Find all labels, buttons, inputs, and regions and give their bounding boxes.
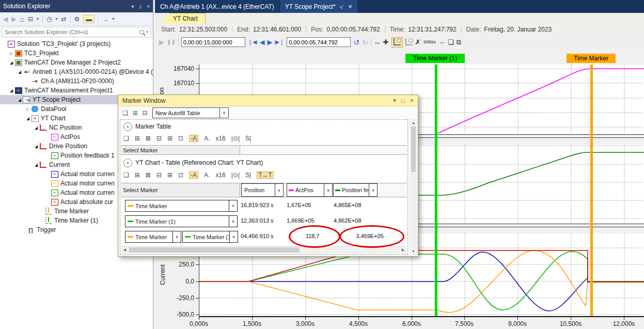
chevron-down-icon[interactable]: ∨ (219, 108, 228, 118)
tab-yt-chart[interactable]: YT Chart (162, 13, 206, 24)
table-add-col-icon[interactable]: ⊟ (156, 135, 162, 142)
expander-icon[interactable]: ▷ (25, 107, 31, 112)
copy-icon[interactable]: ❏ (123, 135, 129, 142)
chevron-down-icon[interactable]: ▾ (112, 17, 114, 21)
fit-chart-icon[interactable]: ⇔ (438, 39, 445, 45)
properties-icon[interactable]: ⚙ (74, 16, 80, 22)
scrollbar-thumb[interactable] (411, 127, 416, 172)
chevron-down-icon[interactable]: ▾ (56, 17, 58, 21)
marker-select-dropdown[interactable]: Time Marker (1) ∨ (182, 231, 238, 243)
chevron-down-icon[interactable]: ∨ (229, 231, 238, 242)
scroll-up-icon[interactable]: ▲ (410, 119, 417, 126)
zoom-x-icon[interactable] (391, 37, 403, 48)
tree-item-ch-a[interactable]: -➜Ch A (AM8111-0F20-0000) (0, 76, 153, 86)
chevron-down-icon[interactable]: ▾ (37, 17, 39, 21)
table-delete-icon[interactable]: ⊠ (146, 172, 151, 178)
copy-icon[interactable]: ❏ (122, 110, 128, 116)
redo-icon[interactable]: ↻ (362, 39, 368, 46)
pan-x-icon[interactable]: ↔ (374, 39, 381, 45)
table-diff-icon[interactable]: ⊞ (167, 135, 172, 142)
chevron-down-icon[interactable]: ∨ (275, 184, 283, 196)
tree-item-tc3-projekt[interactable]: ▷▣TC3_Projekt (0, 49, 153, 58)
back-icon[interactable]: ◀ (3, 16, 8, 22)
chevron-down-icon[interactable]: ▾ (393, 97, 396, 104)
expander-icon[interactable]: ◢ (8, 60, 14, 65)
go-next-icon[interactable]: ▶ (267, 39, 272, 45)
autofill-table-dropdown[interactable]: New Autofill Table ∨ (152, 107, 229, 118)
scroll-down-icon[interactable]: ▼ (410, 248, 417, 255)
resize-box-icon[interactable]: ⊡ (178, 172, 183, 178)
cancel-zoom-icon[interactable]: ✗ (415, 39, 421, 45)
hex-format-icon[interactable]: x16 (215, 135, 225, 142)
zoom-rect-icon[interactable] (405, 38, 413, 46)
maximize-icon[interactable]: □ (401, 98, 405, 104)
chevron-down-icon[interactable]: ▾ (146, 30, 148, 34)
search-input[interactable]: Search Solution Explorer (Ctrl+ü) ▾ (2, 27, 151, 37)
marker-select-dropdown[interactable]: Time Marker ∨ (125, 231, 181, 243)
table-add-col-icon[interactable]: ⊟ (156, 172, 162, 178)
table-add-row-icon[interactable]: ⊞ (135, 135, 140, 142)
copy-icon[interactable]: ❏ (123, 172, 129, 178)
time-marker-flag[interactable]: Time Marker (567, 54, 616, 63)
tab-drive-manager[interactable]: Ch A@Antrieb 1 (AX...evice 4 (EtherCAT) (155, 0, 279, 13)
chevron-down-icon[interactable]: ∨ (172, 231, 181, 242)
export-icon[interactable]: ⧉ (457, 39, 461, 45)
sync-icon[interactable]: ⇄ (61, 16, 67, 22)
pin-icon[interactable]: ⊥ (138, 4, 143, 9)
scrollbar-thumb[interactable] (129, 247, 300, 253)
si-format-icon[interactable]: S| (245, 135, 251, 142)
pan-xy-icon[interactable]: ✚ (383, 39, 389, 45)
go-prev-icon[interactable]: ◀ (259, 39, 264, 45)
marker-select-dropdown[interactable]: Time Marker ∨ (125, 200, 238, 212)
vertical-scrollbar[interactable]: ▲ ▼ (410, 119, 417, 255)
marker-window-titlebar[interactable]: Marker Window ▾ □ × (118, 95, 418, 106)
auto-format-icon[interactable]: -A (189, 135, 198, 142)
undo-icon[interactable]: ↺ (353, 39, 359, 46)
expander-icon[interactable]: ◢ (33, 144, 39, 149)
go-last-icon[interactable]: ▶❘ (275, 39, 284, 45)
home-icon[interactable]: ⌂ (20, 15, 24, 23)
time-marker-line[interactable] (590, 65, 593, 316)
close-icon[interactable]: × (348, 3, 352, 10)
keep-open-icon[interactable]: → (102, 16, 108, 22)
scroll-left-icon[interactable]: ◀ (121, 246, 128, 253)
time-diff-icon[interactable]: T↔T (257, 171, 274, 179)
collapse-section-icon[interactable]: ∧ (123, 122, 132, 131)
resize-box-icon[interactable]: ⊡ (178, 135, 183, 142)
column-header-position-feedback[interactable]: Position fee ∨ (333, 183, 378, 197)
tab-yt-scope-project[interactable]: YT Scope Project* ⊥ × (280, 0, 357, 13)
column-header-position[interactable]: Position ∨ (241, 183, 284, 197)
collapse-section-icon[interactable]: ∧ (123, 159, 132, 167)
table-add-row-icon[interactable]: ⊞ (135, 172, 140, 178)
column-header-actpos[interactable]: ActPos ∨ (287, 183, 333, 197)
si-format-icon[interactable]: S| (245, 172, 251, 178)
chevron-down-icon[interactable]: ▾ (131, 4, 134, 9)
time-marker-1-line[interactable] (435, 65, 437, 316)
forward-icon[interactable]: ▶ (11, 16, 16, 22)
tree-item-solution[interactable]: ∞Solution 'TC3_Projekt' (3 projects) (0, 39, 153, 49)
chevron-down-icon[interactable]: ∨ (229, 200, 237, 211)
chevron-down-icon[interactable]: ∨ (229, 216, 237, 227)
time-format-icon[interactable]: |⊙| (231, 135, 240, 142)
close-icon[interactable]: × (410, 97, 414, 104)
expander-icon[interactable]: ◢ (17, 98, 23, 102)
marker-select-dropdown[interactable]: Time Marker (1) ∨ (125, 215, 238, 227)
hex-format-icon[interactable]: x16 (215, 172, 225, 178)
time-marker-1-flag[interactable]: Time Marker (1) (405, 54, 465, 63)
pin-icon[interactable]: ⊥ (338, 3, 345, 10)
expander-icon[interactable]: ◢ (8, 88, 14, 93)
chevron-down-icon[interactable]: ∨ (369, 184, 377, 196)
go-first-icon[interactable]: ❘◀ (248, 39, 257, 45)
expander-icon[interactable]: ◢ (25, 116, 31, 121)
pending-changes-icon[interactable]: ◷ (46, 16, 52, 22)
expander-icon[interactable]: ▷ (8, 51, 14, 56)
record-time-input[interactable] (181, 37, 245, 47)
remove-table-icon[interactable]: ⊟ (143, 110, 148, 116)
decimal-format-icon[interactable]: A. (204, 172, 210, 178)
scroll-right-icon[interactable]: ▶ (400, 246, 406, 253)
position-time-input[interactable] (287, 37, 351, 47)
time-format-icon[interactable]: |⊙| (231, 172, 240, 178)
table-delete-icon[interactable]: ⊠ (146, 135, 151, 142)
decimal-format-icon[interactable]: A. (204, 135, 210, 142)
expander-icon[interactable]: ◢ (33, 126, 39, 130)
